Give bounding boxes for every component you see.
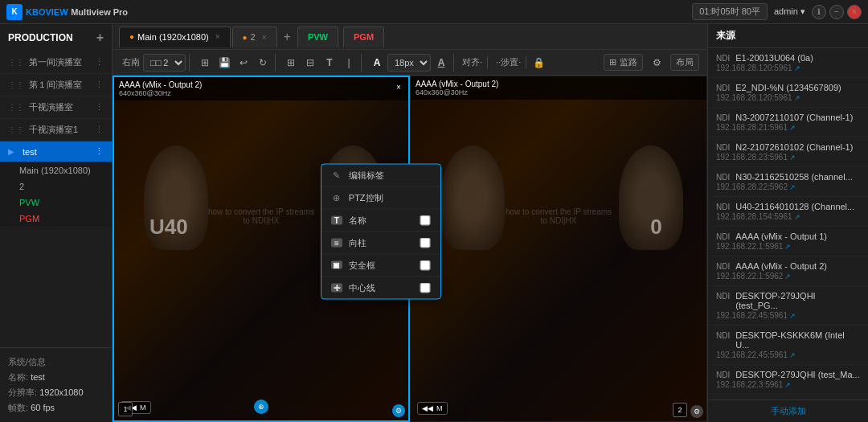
context-menu-item-centerline[interactable]: ✛ 中心线	[321, 277, 440, 298]
context-menu-label: 编辑标签	[349, 169, 384, 181]
sidebar-item-room4[interactable]: ⋮⋮ 千视演播室1 ⋮	[0, 119, 112, 141]
font-size-select[interactable]: 18px	[387, 54, 431, 72]
ndi-label: NDI	[716, 143, 730, 152]
ptz-icon: ⊕	[331, 192, 342, 203]
info-icon[interactable]: ℹ	[812, 5, 826, 19]
gear-icon[interactable]: ⚙	[648, 54, 665, 72]
submenu-item-2[interactable]: 2	[11, 178, 112, 195]
more-icon[interactable]: ⋮	[95, 125, 104, 135]
tab-add-button[interactable]: +	[279, 30, 296, 44]
tab-modified-dot: ●	[129, 32, 134, 41]
source-ip: 192.168.22.45:5961 ↗	[716, 311, 860, 320]
context-menu-label: PTZ控制	[349, 191, 383, 203]
safeframe-checkbox[interactable]	[420, 260, 431, 270]
sidebar-footer: 系统/信息 名称: test 分辨率: 1920x1080 帧数: 60 fps	[0, 347, 112, 422]
ndi-label: NDI	[716, 113, 730, 122]
source-item-6[interactable]: NDI U40-21164010128 (Channel... 192.168.…	[708, 197, 868, 227]
stream-text: how to convert the IP streamsto NDI|HX	[196, 207, 326, 225]
font-underline-icon[interactable]: A	[432, 54, 450, 72]
refresh-icon[interactable]: ↻	[254, 54, 272, 72]
save-icon[interactable]: 💾	[215, 54, 233, 72]
submenu-item-pgm[interactable]: PGM	[11, 211, 112, 227]
tab-pgm[interactable]: PGM	[343, 27, 384, 47]
context-menu-item-column[interactable]: ≡ 向柱	[321, 231, 440, 254]
link-icon: ↗	[784, 381, 791, 389]
lock-icon[interactable]: 🔒	[530, 54, 547, 72]
tab-modified-dot: ●	[243, 33, 248, 42]
more-icon[interactable]: ⋮	[95, 102, 104, 113]
name-checkbox[interactable]	[420, 215, 431, 225]
titlebar-time: 01:时05时 80平	[692, 3, 768, 20]
video-number-1: 1	[118, 402, 133, 416]
submenu-item-pvw[interactable]: PVW	[11, 195, 112, 211]
drag-icon: ⋮⋮	[8, 80, 24, 89]
titlebar-admin[interactable]: admin ▾	[774, 6, 805, 17]
source-item-11[interactable]: NDI DESKTOP-279JQHI (test_Ma... 192.168.…	[708, 365, 868, 395]
source-item-2[interactable]: NDI E2_NDI-%N (1234567809) 192.168.28.12…	[708, 78, 868, 108]
sidebar-item-room2[interactable]: ⋮⋮ 第１间演播室 ⋮	[0, 74, 112, 96]
sidebar-add-button[interactable]: +	[96, 31, 104, 45]
video-settings-button-2[interactable]: ⚙	[690, 405, 703, 418]
layout-button[interactable]: 布局	[670, 54, 699, 71]
video-cell-2-header: AAAA (vMix - Output 2) 640x360@30Hz	[411, 76, 706, 100]
context-menu-item-safeframe[interactable]: ▣ 安全框	[321, 254, 440, 277]
font-color-icon[interactable]: A	[368, 54, 386, 72]
tab-close-icon[interactable]: ×	[262, 33, 267, 42]
layout-icon-1[interactable]: ⊞	[282, 54, 300, 72]
source-item-9[interactable]: NDI DESKTOP-279JQHI (test_PG... 192.168.…	[708, 286, 868, 326]
undo-icon[interactable]: ↩	[235, 54, 252, 72]
line-icon[interactable]: |	[340, 54, 358, 72]
submenu-item-main[interactable]: Main (1920x1080)	[11, 162, 112, 178]
link-icon: ↗	[794, 94, 800, 102]
column-checkbox[interactable]	[420, 237, 431, 248]
more-icon[interactable]: ⋮	[95, 80, 104, 90]
more-icon[interactable]: ⋮	[95, 146, 104, 157]
source-ip: 192.168.22.3:5961 ↗	[716, 380, 860, 389]
canvas-area: U40 how to convert the IP streamsto NDI|…	[113, 76, 707, 422]
context-menu-item-name[interactable]: T 名称	[321, 209, 440, 231]
more-icon[interactable]: ⋮	[95, 57, 104, 68]
source-ip: 192.168.28.120:5961 ↗	[716, 93, 860, 102]
sources-footer-add[interactable]: 手动添加	[708, 399, 868, 422]
tab-main[interactable]: ● Main (1920x1080) ×	[119, 27, 231, 47]
centerline-checkbox[interactable]	[420, 282, 431, 293]
safeframe-icon: ▣	[331, 261, 342, 269]
sidebar-item-room1[interactable]: ⋮⋮ 第一间演播室 ⋮	[0, 51, 112, 74]
close-icon[interactable]: ×	[847, 5, 862, 19]
drag-icon: ⋮⋮	[8, 103, 24, 112]
grid-select[interactable]: □□ 2	[143, 54, 186, 72]
source-item-8[interactable]: NDI AAAA (vMix - Output 2) 192.168.22.1:…	[708, 256, 868, 286]
video-cell-2[interactable]: how to convert the IP streamsto NDI|HX 0…	[410, 76, 707, 422]
link-icon: ↗	[794, 64, 800, 72]
minimize-icon[interactable]: −	[829, 5, 844, 19]
toolbar-group-view: ⊞ 💾 ↩ ↻	[193, 54, 276, 72]
source-item-7[interactable]: NDI AAAA (vMix - Output 1) 192.168.22.1:…	[708, 227, 868, 256]
monitor-button[interactable]: ⊞ 监路	[604, 54, 643, 71]
source-name: AAAA (vMix - Output 1)	[735, 231, 827, 241]
context-menu-item-ptz[interactable]: ⊕ PTZ控制	[321, 186, 440, 209]
sidebar-item-room3[interactable]: ⋮⋮ 千视演播室 ⋮	[0, 96, 112, 119]
source-item-5[interactable]: NDI N30-21162510258 (channel... 192.168.…	[708, 167, 868, 197]
layout-icon-2[interactable]: ⊟	[301, 54, 319, 72]
ndi-label: NDI	[716, 262, 730, 271]
tab-pvw[interactable]: PVW	[297, 27, 338, 47]
video-close-button-1[interactable]: ×	[392, 80, 405, 93]
text-icon[interactable]: T	[321, 54, 338, 72]
context-menu-item-edit-label[interactable]: ✎ 编辑标签	[321, 164, 440, 186]
source-item-1[interactable]: NDI E1-20013U064 (0a) 192.168.28.120:596…	[708, 48, 868, 78]
source-item-10[interactable]: NDI DESKTOP-KSKKK6M (Intel U... 192.168.…	[708, 326, 868, 365]
content-area: ● Main (1920x1080) × ● 2 × + PVW PGM 右南	[113, 24, 707, 422]
sidebar-item-test[interactable]: ▶ test ⋮	[0, 141, 112, 162]
source-item-4[interactable]: NDI N2-21072610102 (Channel-1) 192.168.2…	[708, 137, 868, 167]
video-settings-button-1[interactable]: ⚙	[392, 404, 405, 417]
titlebar-buttons: ℹ − ×	[812, 5, 862, 19]
video-title-1: AAAA (vMix - Output 2)	[119, 80, 403, 89]
sidebar-item-label: 第１间演播室	[29, 79, 82, 91]
source-ip: 192.168.22.1:5961 ↗	[716, 242, 860, 251]
tab-close-icon[interactable]: ×	[215, 32, 220, 41]
tab-2[interactable]: ● 2 ×	[232, 27, 277, 47]
sidebar-item-label: 第一间演播室	[29, 56, 82, 68]
grid-view-icon[interactable]: ⊞	[196, 54, 214, 72]
source-item-3[interactable]: NDI N3-20072110107 (Channel-1) 192.168.2…	[708, 108, 868, 137]
video-connect-btn-1[interactable]: ⊕	[254, 399, 268, 414]
